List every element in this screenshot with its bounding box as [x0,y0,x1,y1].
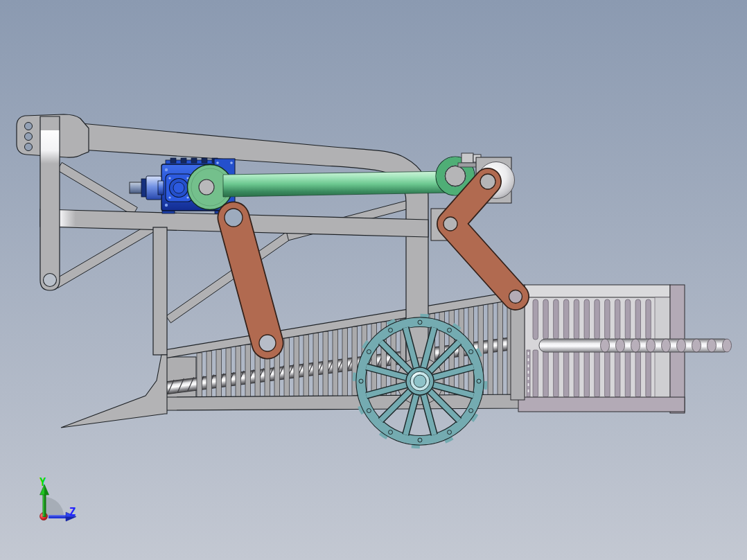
flange-bolt [168,196,170,198]
rocker-hole-bottom [259,335,276,351]
flange-bolt [168,177,170,179]
flange-bolt [186,196,188,198]
y-axis-label: Y [39,476,46,489]
wheel-hub [406,367,434,395]
finger-shaft[interactable] [539,339,732,352]
drive-shaft[interactable] [223,171,452,197]
rocker-hole-top [225,209,243,227]
crank-hole-pivot [443,217,457,231]
plate-bolt [216,161,219,164]
eccentric-journal [446,166,466,186]
cad-viewport: Y Z [0,0,747,560]
separator-bottom-band [518,397,685,412]
frame-front-post-hole [44,274,57,287]
finger-discs [601,339,732,352]
crank-hole-bottom [509,290,522,304]
z-axis-label: Z [69,506,76,518]
plate-bolt [230,161,233,164]
gearbox-bolt [165,204,168,207]
pulley-hub [199,180,214,195]
frame-front-post-highlight [41,130,60,164]
gearbox-bolt [165,168,168,171]
frame-vertical-post [153,227,167,355]
separator-top-rail [525,285,670,297]
gearbox-front-bore-inner [173,182,184,193]
crank-hole-top [480,174,495,189]
hitch-bracket-holes [25,123,33,151]
viewport-background [0,0,747,560]
